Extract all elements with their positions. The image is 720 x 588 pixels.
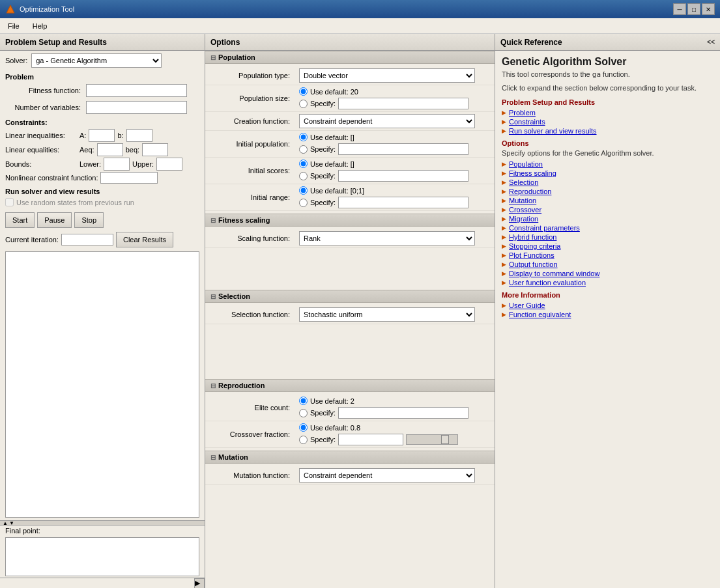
- init-scores-specify-input[interactable]: [338, 170, 468, 182]
- reproduction-section-header[interactable]: ⊟ Reproduction: [205, 379, 495, 392]
- qr-link-migration[interactable]: ▶ Migration: [502, 214, 713, 223]
- qr-link-migration-text[interactable]: Migration: [509, 215, 538, 223]
- numvars-input[interactable]: [86, 101, 187, 114]
- random-states-checkbox[interactable]: [5, 198, 14, 206]
- creation-fn-select[interactable]: Constraint dependent: [299, 114, 475, 128]
- qr-link-run-solver-text[interactable]: Run solver and view results: [509, 127, 597, 135]
- menu-file[interactable]: File: [3, 21, 25, 31]
- qr-link-fitness-scaling-text[interactable]: Fitness scaling: [509, 169, 556, 177]
- qr-link-crossover-text[interactable]: Crossover: [509, 206, 541, 214]
- qr-link-hybrid-fn-text[interactable]: Hybrid function: [509, 233, 556, 241]
- qr-link-population[interactable]: ▶ Population: [502, 160, 713, 169]
- nonlinear-input[interactable]: [100, 172, 158, 184]
- qr-link-fn-equivalent-text[interactable]: Function equivalent: [509, 311, 571, 318]
- pop-size-default-radio[interactable]: [299, 87, 308, 96]
- qr-link-reproduction-text[interactable]: Reproduction: [509, 188, 551, 195]
- crossover-frac-specify-radio[interactable]: [299, 436, 308, 444]
- pop-size-specify-input[interactable]: [338, 98, 468, 109]
- init-range-default-radio[interactable]: [299, 186, 308, 195]
- qr-link-fn-equivalent[interactable]: ▶ Function equivalent: [502, 310, 713, 319]
- qr-link-run-solver[interactable]: ▶ Run solver and view results: [502, 126, 713, 135]
- qr-link-migration-arrow: ▶: [502, 216, 506, 222]
- close-button[interactable]: ✕: [702, 3, 715, 15]
- quick-ref-collapse-btn[interactable]: <<: [707, 38, 715, 46]
- resize-handle[interactable]: ▲ ▼: [0, 520, 205, 525]
- init-pop-specify-input[interactable]: [338, 143, 468, 155]
- qr-link-constraint-params[interactable]: ▶ Constraint parameters: [502, 223, 713, 232]
- init-scores-default-radio[interactable]: [299, 160, 308, 168]
- init-range-specify-radio[interactable]: [299, 199, 308, 207]
- qr-link-reproduction[interactable]: ▶ Reproduction: [502, 187, 713, 196]
- qr-link-constraint-params-text[interactable]: Constraint parameters: [509, 224, 580, 232]
- lower-input[interactable]: [104, 158, 130, 171]
- init-pop-default-radio[interactable]: [299, 133, 308, 141]
- fitness-scaling-section-header[interactable]: ⊟ Fitness scaling: [205, 214, 495, 227]
- results-area: [5, 251, 199, 518]
- upper-input[interactable]: [156, 158, 182, 171]
- options-scroll[interactable]: ⊟ Population Population type: Double vec…: [205, 51, 495, 588]
- restore-button[interactable]: □: [687, 3, 700, 15]
- solver-select[interactable]: ga - Genetic Algorithm: [31, 53, 162, 68]
- qr-link-output-fn-text[interactable]: Output function: [509, 260, 558, 268]
- scroll-right-btn[interactable]: ▶: [194, 578, 205, 588]
- population-section-header[interactable]: ⊟ Population: [205, 51, 495, 64]
- qr-link-user-fn-eval-text[interactable]: User function evaluation: [509, 279, 586, 287]
- qr-link-stopping-criteria-text[interactable]: Stopping criteria: [509, 242, 561, 250]
- qr-link-problem[interactable]: ▶ Problem: [502, 108, 713, 117]
- elite-count-specify-radio[interactable]: [299, 409, 308, 417]
- qr-link-hybrid-fn[interactable]: ▶ Hybrid function: [502, 232, 713, 242]
- population-toggle: ⊟: [210, 54, 216, 61]
- qr-link-user-fn-eval[interactable]: ▶ User function evaluation: [502, 278, 713, 287]
- qr-link-problem-text[interactable]: Problem: [509, 109, 536, 117]
- qr-link-selection[interactable]: ▶ Selection: [502, 178, 713, 187]
- b-input[interactable]: [126, 129, 152, 142]
- left-panel-title: Problem Setup and Results: [5, 38, 107, 47]
- crossover-frac-specify-input[interactable]: [338, 434, 403, 445]
- qr-link-constraints-arrow: ▶: [502, 119, 506, 125]
- menu-help[interactable]: Help: [27, 21, 53, 31]
- aeq-input[interactable]: [97, 143, 123, 156]
- qr-link-fitness-scaling[interactable]: ▶ Fitness scaling: [502, 169, 713, 178]
- qr-link-stopping-criteria[interactable]: ▶ Stopping criteria: [502, 242, 713, 251]
- qr-link-mutation[interactable]: ▶ Mutation: [502, 196, 713, 205]
- elite-count-specify-input[interactable]: [338, 407, 468, 419]
- pause-button[interactable]: Pause: [37, 212, 72, 228]
- a-input[interactable]: [89, 129, 115, 142]
- crossover-frac-default-radio[interactable]: [299, 423, 308, 432]
- qr-link-population-text[interactable]: Population: [509, 160, 543, 168]
- qr-link-plot-functions[interactable]: ▶ Plot Functions: [502, 251, 713, 260]
- scaling-fn-select[interactable]: Rank: [299, 231, 475, 245]
- qr-link-constraints-text[interactable]: Constraints: [509, 118, 545, 126]
- creation-fn-control: Constraint dependent: [299, 114, 489, 128]
- qr-link-selection-text[interactable]: Selection: [509, 178, 538, 186]
- qr-link-output-fn[interactable]: ▶ Output function: [502, 260, 713, 269]
- pop-size-specify-radio[interactable]: [299, 100, 308, 108]
- clear-results-button[interactable]: Clear Results: [116, 232, 173, 247]
- start-button[interactable]: Start: [5, 212, 35, 228]
- selection-fn-select[interactable]: Stochastic uniform: [299, 307, 475, 322]
- quick-ref-main-title: Genetic Algorithm Solver: [502, 56, 713, 68]
- qr-link-user-guide-text[interactable]: User Guide: [509, 301, 545, 309]
- qr-link-mutation-text[interactable]: Mutation: [509, 197, 536, 204]
- qr-link-plot-functions-text[interactable]: Plot Functions: [509, 251, 554, 259]
- init-scores-specify-radio[interactable]: [299, 172, 308, 180]
- mutation-section-header[interactable]: ⊟ Mutation: [205, 451, 495, 464]
- mutation-fn-select[interactable]: Constraint dependent: [299, 468, 475, 483]
- linear-ineq-row: Linear inequalities: A: b:: [5, 128, 199, 143]
- elite-count-default-radio[interactable]: [299, 397, 308, 405]
- qr-link-user-guide[interactable]: ▶ User Guide: [502, 301, 713, 310]
- qr-link-display-cmd[interactable]: ▶ Display to command window: [502, 269, 713, 278]
- selection-section-header[interactable]: ⊟ Selection: [205, 290, 495, 303]
- stop-button[interactable]: Stop: [74, 212, 104, 228]
- qr-link-constraints[interactable]: ▶ Constraints: [502, 117, 713, 126]
- minimize-button[interactable]: ─: [673, 3, 686, 15]
- init-pop-specify-radio[interactable]: [299, 145, 308, 154]
- crossover-frac-slider[interactable]: [406, 434, 458, 445]
- beq-input[interactable]: [142, 143, 168, 156]
- pop-type-select[interactable]: Double vector: [299, 68, 475, 83]
- qr-link-display-cmd-text[interactable]: Display to command window: [509, 270, 599, 277]
- bottom-scrollbar[interactable]: ▶: [0, 578, 205, 588]
- fitness-input[interactable]: [86, 84, 187, 97]
- init-range-specify-input[interactable]: [338, 197, 468, 208]
- qr-link-crossover[interactable]: ▶ Crossover: [502, 205, 713, 214]
